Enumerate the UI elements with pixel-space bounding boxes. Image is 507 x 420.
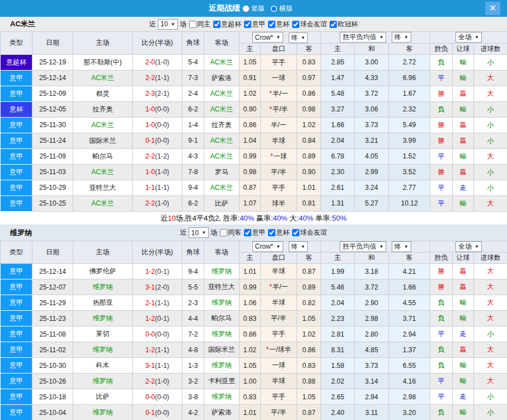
home-team-cell: 维罗纳	[73, 342, 133, 358]
match-row: 意甲25-11-08莱切0-0(0-0)7-2维罗纳0.86平手1.022.81…	[1, 326, 507, 342]
result-wdl-cell: 負	[430, 311, 453, 326]
odds-home-cell: 1.00	[240, 374, 261, 389]
league-filter-checkbox-input[interactable]	[268, 229, 275, 236]
match-row: 意甲25-10-25AC米兰2-2(1-0)6-2比萨1.07球半0.811.3…	[1, 195, 507, 211]
result-wdl-cell: 平	[430, 389, 453, 405]
result-wdl-cell: 負	[430, 54, 453, 70]
avg-home-cell: 2.02	[321, 374, 355, 389]
result-wdl-cell: 勝	[430, 133, 453, 148]
result-goals-cell: 大	[474, 195, 507, 211]
league-filter-checkbox-input[interactable]	[213, 21, 220, 28]
league-filter-label: 意甲	[252, 20, 265, 29]
final-odds-select-value: 终	[292, 242, 298, 251]
summary-segment: 赢率:	[254, 214, 273, 222]
score-cell: 1-2(0-1)	[133, 264, 182, 279]
league-filter-checkbox-input[interactable]	[244, 21, 251, 28]
layout-vertical-radio-input[interactable]	[242, 5, 250, 12]
bookmaker-select[interactable]: Crow*▼	[252, 32, 284, 43]
bookmaker-select-value: Crow*	[255, 242, 274, 250]
recent-count-select[interactable]: 10 ▼	[158, 19, 178, 30]
away-team-cell: 比萨	[204, 195, 240, 211]
away-team-cell: 维罗纳	[204, 295, 240, 311]
wdl-avg-select[interactable]: 胜平负均值▼	[340, 241, 386, 252]
avg-away-cell: 3.20	[389, 405, 430, 420]
league-filter-checkbox[interactable]: 意超杯	[213, 20, 241, 29]
league-filter-list: 意超杯意甲意杯球会友谊欧冠杯	[210, 20, 358, 29]
league-filter-checkbox-input[interactable]	[268, 21, 275, 28]
same-venue-checkbox-input[interactable]	[189, 21, 196, 28]
final-wdl-select[interactable]: 终▼	[392, 32, 411, 43]
layout-horizontal-radio[interactable]: 横版	[270, 4, 293, 13]
home-team-cell: 维罗纳	[73, 311, 133, 326]
fulltime-select[interactable]: 全场▼	[456, 32, 482, 43]
league-filter-checkbox-input[interactable]	[292, 229, 299, 236]
home-team-cell: 维罗纳	[73, 405, 133, 420]
league-filter-checkbox[interactable]: 意杯	[268, 20, 289, 29]
odds-home-cell: 0.91	[240, 70, 261, 86]
league-filter-checkbox[interactable]: 欧冠杯	[330, 20, 358, 29]
league-filter-checkbox[interactable]: 意甲	[244, 228, 265, 237]
odds-home-cell: 0.87	[240, 180, 261, 195]
recent-count-select[interactable]: 10 ▼	[189, 227, 209, 238]
layout-vertical-radio[interactable]: 竖版	[242, 4, 265, 13]
avg-draw-cell: 5.27	[355, 195, 389, 211]
same-venue-checkbox-input[interactable]	[220, 229, 227, 236]
wdl-avg-select[interactable]: 胜平负均值▼	[340, 32, 386, 43]
avg-home-cell: 2.30	[321, 164, 355, 180]
corners-cell: 6-2	[182, 101, 204, 117]
header-fulltime-group: 全场▼	[430, 241, 507, 253]
league-filter-label: 意杯	[276, 20, 289, 29]
col-avg-draw: 和	[355, 43, 389, 54]
league-type-cell: 意甲	[1, 295, 32, 311]
avg-away-cell: 2.32	[389, 101, 430, 117]
league-filter-checkbox[interactable]: 意杯	[268, 228, 289, 237]
final-odds-select[interactable]: 终▼	[289, 241, 308, 252]
date-cell: 25-11-08	[32, 326, 73, 342]
date-cell: 25-11-30	[32, 117, 73, 133]
league-filter-checkbox[interactable]: 球会友谊	[292, 228, 327, 237]
header-bookmaker-group: Crow*▼ 终▼	[240, 241, 321, 253]
league-filter-checkbox-input[interactable]	[330, 21, 337, 28]
result-wdl-cell: 負	[430, 101, 453, 117]
same-venue-checkbox[interactable]: 同客	[220, 228, 241, 237]
handicap-cell: 半/一	[261, 117, 297, 133]
result-handicap-cell: 贏	[453, 264, 474, 279]
handicap-cell: *半/一	[261, 86, 297, 101]
bookmaker-select[interactable]: Crow*▼	[252, 241, 284, 252]
avg-away-cell: 3.99	[389, 133, 430, 148]
league-filter-checkbox-input[interactable]	[244, 229, 251, 236]
avg-draw-cell: 4.33	[355, 70, 389, 86]
result-wdl-cell: 平	[430, 326, 453, 342]
away-team-cell: 帕尔马	[204, 311, 240, 326]
away-team-cell: AC米兰	[204, 148, 240, 164]
result-handicap-cell: 走	[453, 180, 474, 195]
close-button[interactable]: ✕	[485, 2, 500, 15]
odds-away-cell: 0.86	[297, 86, 321, 101]
away-team-cell: AC米兰	[204, 86, 240, 101]
corners-cell: 1-3	[182, 358, 204, 374]
chevron-down-icon: ▼	[301, 35, 306, 40]
result-handicap-cell: 輸	[453, 311, 474, 326]
same-venue-checkbox[interactable]: 同主	[189, 20, 210, 29]
league-type-cell: 意甲	[1, 164, 32, 180]
result-handicap-cell: 走	[453, 389, 474, 405]
dialog-titlebar: 近期战绩 竖版 横版 ✕	[0, 0, 507, 17]
avg-draw-cell: 3.73	[355, 358, 389, 374]
league-filter-checkbox[interactable]: 意甲	[244, 20, 265, 29]
col-odds-away: 客	[297, 253, 321, 264]
fulltime-select[interactable]: 全场▼	[456, 241, 482, 252]
league-filter-checkbox[interactable]: 球会友谊	[292, 20, 327, 29]
final-odds-select[interactable]: 终▼	[289, 32, 308, 43]
avg-away-cell: 2.72	[389, 54, 430, 70]
result-goals-cell: 大	[474, 148, 507, 164]
avg-away-cell: 3.52	[389, 164, 430, 180]
layout-horizontal-radio-input[interactable]	[270, 5, 278, 12]
score-cell: 2-2(1-0)	[133, 195, 182, 211]
result-handicap-cell: 贏	[453, 279, 474, 295]
result-goals-cell: 小	[474, 180, 507, 195]
odds-away-cell: 1.01	[297, 180, 321, 195]
result-wdl-cell: 勝	[430, 279, 453, 295]
match-row: 意甲25-11-03AC米兰1-0(1-0)7-8罗马0.98平/半0.902.…	[1, 164, 507, 180]
league-filter-checkbox-input[interactable]	[292, 21, 299, 28]
final-wdl-select[interactable]: 终▼	[392, 241, 411, 252]
